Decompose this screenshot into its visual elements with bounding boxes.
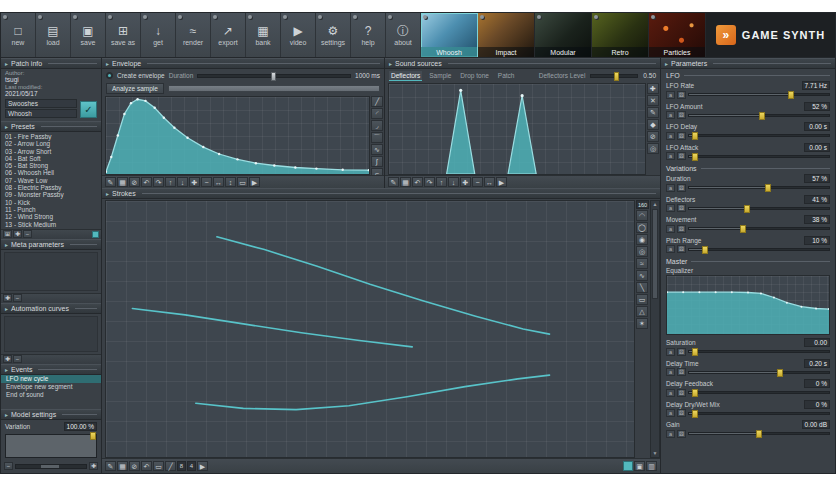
deflector-tool-button[interactable]: ⊘ — [647, 131, 659, 142]
deflectors-graph[interactable] — [388, 83, 646, 175]
stroke-shape-button[interactable]: ∿ — [636, 270, 648, 281]
slider-handle[interactable] — [777, 369, 783, 377]
stroke-shape-button[interactable]: ✶ — [636, 318, 648, 329]
parameter-slider[interactable] — [688, 207, 830, 210]
stroke-shape-button[interactable]: ◉ — [636, 234, 648, 245]
toolbar-button[interactable]: ↓ get — [141, 13, 176, 57]
envelope-tool-icon[interactable]: ↶ — [141, 177, 152, 187]
sound-source-tool-icon[interactable]: ↑ — [436, 177, 447, 187]
stroke-shape-button[interactable]: △ — [636, 306, 648, 317]
stroke-tool-icon[interactable]: ✎ — [105, 461, 116, 471]
zoom-scrollbar[interactable] — [15, 464, 87, 469]
play-icon[interactable]: ▶ — [197, 461, 208, 471]
analyze-sample-button[interactable]: Analyze sample — [106, 83, 164, 94]
deflector-tool-button[interactable]: ◆ — [647, 119, 659, 130]
zoom-out-icon[interactable]: − — [4, 462, 13, 470]
sound-sources-header[interactable]: ▸ Sound sources — [385, 58, 660, 69]
slider-handle[interactable] — [692, 132, 698, 140]
automation-toggle-icon[interactable]: a — [666, 368, 675, 376]
parameter-slider[interactable] — [688, 186, 830, 189]
patch-info-header[interactable]: ▸ Patch info — [1, 58, 101, 69]
sound-source-tool-icon[interactable]: ▶ — [496, 177, 507, 187]
randomize-dice-icon[interactable]: ⚄ — [677, 389, 686, 397]
curve-shape-button[interactable]: ╱ — [371, 96, 383, 107]
slider-handle[interactable] — [692, 389, 698, 397]
zoom-in-icon[interactable]: ✚ — [89, 462, 98, 470]
strokes-canvas[interactable] — [105, 200, 635, 458]
events-header[interactable]: ▸ Events — [1, 364, 101, 375]
meta-parameter-action-icon[interactable]: − — [13, 294, 22, 302]
sound-source-tool-icon[interactable]: ✚ — [460, 177, 471, 187]
toolbar-button[interactable]: ▣ save — [71, 13, 106, 57]
automation-toggle-icon[interactable]: a — [666, 225, 675, 233]
preset-item[interactable]: 03 - Arrow Short — [1, 148, 101, 155]
deflector-tool-button[interactable]: ✕ — [647, 95, 659, 106]
scroll-up-icon[interactable]: ▲ — [653, 201, 658, 208]
toolbar-button[interactable]: ▦ bank — [246, 13, 281, 57]
envelope-tool-icon[interactable]: ▭ — [237, 177, 248, 187]
zoom-thumb[interactable] — [41, 465, 59, 468]
toolbar-button[interactable]: ↗ export — [211, 13, 246, 57]
event-item[interactable]: LFO new cycle — [1, 375, 101, 383]
toolbar-button[interactable]: ⓘ about — [386, 13, 421, 57]
automation-toggle-icon[interactable]: a — [666, 204, 675, 212]
parameter-slider[interactable] — [688, 134, 830, 137]
create-envelope-radio[interactable] — [106, 72, 113, 79]
stroke-shape-button[interactable]: ▭ — [636, 294, 648, 305]
parameter-slider[interactable] — [688, 371, 830, 374]
randomize-dice-icon[interactable]: ⚄ — [677, 132, 686, 140]
strokes-header[interactable]: ▸ Strokes — [102, 188, 660, 199]
deflector-tool-button[interactable]: ◎ — [647, 143, 659, 154]
sound-source-tool-icon[interactable]: ↷ — [424, 177, 435, 187]
randomize-dice-icon[interactable]: ⚄ — [677, 152, 686, 160]
curve-shape-button[interactable]: ⌒ — [371, 132, 383, 143]
deflectors-level-slider[interactable] — [590, 74, 638, 78]
automation-toggle-icon[interactable]: a — [666, 245, 675, 253]
slider-handle[interactable] — [271, 72, 276, 81]
randomize-dice-icon[interactable]: ⚄ — [677, 91, 686, 99]
automation-curve-action-icon[interactable]: ✚ — [3, 355, 12, 363]
event-item[interactable]: End of sound — [1, 391, 101, 399]
stroke-tool-icon[interactable]: ↶ — [141, 461, 152, 471]
sound-source-tool-icon[interactable]: − — [472, 177, 483, 187]
envelope-tool-icon[interactable]: ▦ — [117, 177, 128, 187]
preset-item[interactable]: 05 - Bat Strong — [1, 162, 101, 169]
model-tab[interactable]: Particles — [649, 13, 706, 57]
sound-source-tool-icon[interactable]: ▦ — [400, 177, 411, 187]
stroke-size-value[interactable]: 160 — [636, 200, 649, 209]
toolbar-button[interactable]: □ new — [1, 13, 36, 57]
randomize-dice-icon[interactable]: ⚄ — [677, 184, 686, 192]
sound-source-tab[interactable]: Patch — [496, 71, 517, 81]
stroke-shape-button[interactable]: ≈ — [636, 258, 648, 269]
envelope-tool-icon[interactable]: − — [201, 177, 212, 187]
automation-toggle-icon[interactable]: a — [666, 348, 675, 356]
meta-parameter-action-icon[interactable]: ✚ — [3, 294, 12, 302]
randomize-dice-icon[interactable]: ⚄ — [677, 245, 686, 253]
randomize-dice-icon[interactable]: ⚄ — [677, 368, 686, 376]
slider-handle[interactable] — [756, 430, 762, 438]
preset-item[interactable]: 10 - Kick — [1, 199, 101, 206]
stroke-option-icon[interactable]: ▣ — [634, 461, 645, 471]
sound-source-tool-icon[interactable]: ↔ — [484, 177, 495, 187]
randomize-dice-icon[interactable]: ⚄ — [677, 225, 686, 233]
envelope-graph[interactable] — [105, 96, 370, 175]
slider-handle[interactable] — [740, 225, 746, 233]
deflector-tool-button[interactable]: ✚ — [647, 83, 659, 94]
parameter-slider[interactable] — [688, 227, 830, 230]
preset-item[interactable]: 06 - Whoosh Hell — [1, 169, 101, 176]
toolbar-button[interactable]: ⊞ save as — [106, 13, 141, 57]
slider-handle[interactable] — [692, 348, 698, 356]
automation-toggle-icon[interactable]: a — [666, 152, 675, 160]
parameter-slider[interactable] — [688, 155, 830, 158]
envelope-header[interactable]: ▸ Envelope — [102, 58, 384, 69]
slider-handle[interactable] — [692, 410, 698, 418]
randomize-dice-icon[interactable]: ⚄ — [677, 409, 686, 417]
parameter-slider[interactable] — [688, 391, 830, 394]
preset-action-icon[interactable]: − — [23, 230, 32, 238]
toolbar-button[interactable]: ≈ render — [176, 13, 211, 57]
automation-toggle-icon[interactable]: a — [666, 132, 675, 140]
automation-toggle-icon[interactable]: a — [666, 430, 675, 438]
automation-curves-header[interactable]: ▸ Automation curves — [1, 303, 101, 314]
equalizer-graph[interactable] — [666, 275, 830, 335]
envelope-tool-icon[interactable]: ✚ — [189, 177, 200, 187]
